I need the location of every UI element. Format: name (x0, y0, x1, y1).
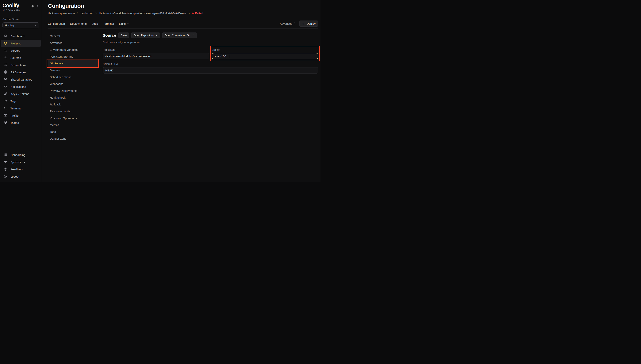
help-circle-icon (4, 167, 8, 172)
status-dot-icon (192, 12, 194, 14)
config-subnav: General Advanced Environment Variables P… (48, 32, 98, 142)
sidebar-item-sources[interactable]: Sources (1, 54, 41, 61)
theme-select-chevrons-icon[interactable] (36, 5, 39, 8)
open-repository-button[interactable]: Open Repository (131, 32, 160, 38)
commit-sha-input[interactable] (103, 67, 318, 74)
subnav-item-general[interactable]: General (48, 32, 98, 39)
tab-terminal[interactable]: Terminal (103, 22, 114, 25)
sidebar-item-profile[interactable]: Profile (1, 112, 41, 119)
play-icon (302, 22, 305, 25)
sidebar-item-servers[interactable]: Servers (1, 47, 41, 54)
sidebar-item-onboarding[interactable]: Onboarding (1, 151, 41, 158)
checklist-icon (4, 153, 8, 157)
subnav-item-danger-zone[interactable]: Danger Zone (48, 135, 98, 142)
layers-icon (4, 41, 8, 46)
status-text: Exited (195, 12, 203, 15)
sun-icon[interactable] (31, 4, 35, 8)
breadcrumb-environment[interactable]: production (81, 12, 93, 15)
sidebar-item-s3-storages[interactable]: S3 Storages (1, 68, 41, 76)
sidebar-item-shared-variables[interactable]: Shared Variables (1, 76, 41, 83)
variable-icon (4, 77, 8, 82)
page-title: Configuration (48, 3, 318, 9)
breadcrumb-project[interactable]: illicitonion quote server (48, 12, 75, 15)
subnav-item-scheduled-tasks[interactable]: Scheduled Tasks (48, 74, 98, 80)
tab-deployments[interactable]: Deployments (70, 22, 87, 25)
logout-icon (4, 174, 8, 179)
sidebar-item-tags[interactable]: Tags (1, 98, 41, 105)
open-commits-button[interactable]: Open Commits on Git (162, 32, 197, 38)
sidebar-item-feedback[interactable]: Feedback (1, 166, 41, 173)
section-title: Source (103, 33, 116, 38)
subnav-item-metrics[interactable]: Metrics (48, 122, 98, 128)
subnav-item-webhooks[interactable]: Webhooks (48, 80, 98, 87)
home-icon (4, 34, 8, 38)
external-link-icon (192, 34, 195, 37)
sidebar-item-teams[interactable]: Teams (1, 119, 41, 126)
key-icon (4, 92, 8, 96)
sidebar-item-label: Keys & Tokens (11, 92, 29, 96)
sidebar-item-projects[interactable]: Projects (1, 40, 41, 47)
sidebar-item-label: Onboarding (11, 153, 25, 156)
advanced-dropdown[interactable]: Advanced (280, 22, 296, 25)
subnav-item-advanced[interactable]: Advanced (48, 39, 98, 46)
branch-label: Branch (212, 48, 318, 51)
subnav-item-resource-operations[interactable]: Resource Operations (48, 114, 98, 122)
repository-input[interactable] (103, 53, 209, 59)
sidebar-item-label: Feedback (11, 168, 23, 171)
subnav-item-rollback[interactable]: Rollback (48, 101, 98, 108)
sidebar-item-keys-tokens[interactable]: Keys & Tokens (1, 90, 41, 98)
subnav-item-healthcheck[interactable]: Healthcheck (48, 94, 98, 101)
sidebar-item-terminal[interactable]: Terminal (1, 105, 41, 112)
subnav-item-persistent-storage[interactable]: Persistent Storage (48, 53, 98, 60)
current-team-label: Current Team (0, 18, 42, 21)
commit-sha-label: Commit SHA (103, 62, 318, 66)
repository-label: Repository (103, 48, 209, 51)
chevron-right-icon (188, 12, 190, 14)
subnav-item-servers[interactable]: Servers (48, 67, 98, 74)
map-icon (4, 63, 8, 67)
subnav-item-preview-deployments[interactable]: Preview Deployments (48, 87, 98, 94)
sidebar-item-notifications[interactable]: Notifications (1, 83, 41, 90)
sidebar-item-label: Terminal (11, 107, 21, 110)
sidebar-item-label: S3 Storages (11, 71, 26, 74)
sidebar-nav: Dashboard Projects Servers Sources Desti… (0, 32, 42, 126)
git-source-panel: Source Save Open Repository Open Commits… (103, 32, 318, 142)
repository-field-group: Repository (103, 48, 209, 59)
sidebar-item-label: Sponsor us (11, 160, 25, 164)
tags-icon (4, 99, 8, 103)
status-badge: Exited (192, 12, 203, 15)
branch-field-group: Branch (212, 48, 318, 59)
subnav-item-resource-limits[interactable]: Resource Limits (48, 108, 98, 114)
bell-icon (4, 84, 8, 89)
team-select-value: Hosting (5, 24, 14, 27)
users-group-icon (4, 121, 8, 125)
sidebar-item-logout[interactable]: Logout (1, 173, 41, 180)
app-version: v4.0.0-beta.399 (3, 9, 39, 12)
sidebar-item-label: Tags (11, 100, 17, 103)
team-select[interactable]: Hosting (3, 22, 39, 28)
section-description: Code source of your application. (103, 41, 318, 44)
save-button[interactable]: Save (119, 32, 129, 38)
server-icon (4, 48, 8, 53)
sidebar-item-dashboard[interactable]: Dashboard (1, 32, 41, 40)
chevron-down-icon (34, 24, 37, 27)
subnav-item-git-source[interactable]: Git Source (48, 60, 98, 67)
branch-input[interactable] (212, 53, 318, 59)
sidebar-item-destinations[interactable]: Destinations (1, 61, 41, 68)
sidebar-item-label: Servers (11, 49, 20, 52)
git-icon (4, 56, 8, 60)
terminal-icon (4, 106, 8, 110)
tab-links[interactable]: Links (119, 22, 129, 25)
deploy-button[interactable]: Deploy (299, 20, 318, 26)
subnav-item-tags[interactable]: Tags (48, 128, 98, 135)
subnav-item-environment-variables[interactable]: Environment Variables (48, 46, 98, 53)
tab-logs[interactable]: Logs (92, 22, 98, 25)
tab-configuration[interactable]: Configuration (48, 22, 65, 25)
breadcrumb-application[interactable]: illicitestonion/-module--decomposition:m… (99, 12, 187, 15)
sidebar-item-label: Dashboard (11, 34, 24, 38)
sidebar-item-label: Notifications (11, 85, 26, 88)
chevron-right-icon (95, 12, 97, 14)
sidebar-item-label: Teams (11, 121, 19, 124)
sidebar-item-label: Logout (11, 175, 19, 178)
sidebar-item-sponsor-us[interactable]: Sponsor us (1, 158, 41, 166)
